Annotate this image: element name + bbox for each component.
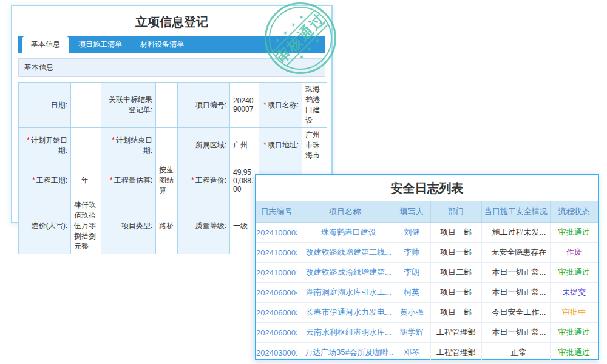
field-value-region: 广州	[230, 128, 259, 163]
tab-material-equipment-list[interactable]: 材料设备清单	[131, 36, 193, 53]
flow-status-badge: 审批通过	[550, 323, 598, 343]
table-row: 2024060003 长春市伊通河水力发电... 黄小强 项目三部 今日安全工作…	[256, 303, 598, 323]
flow-status-badge: 审批通过	[550, 343, 598, 363]
department-cell: 项目一部	[430, 243, 481, 263]
writer-link[interactable]: 邓琴	[393, 343, 430, 363]
tab-construction-list[interactable]: 项目施工清单	[69, 36, 131, 53]
department-cell: 项目三部	[430, 223, 481, 243]
table-row: 2024100002 改建铁路线增建第二线... 李帅 项目一部 无安全隐患存在…	[256, 243, 598, 263]
log-id-link[interactable]: 2024060002	[256, 323, 297, 343]
safety-log-title: 安全日志列表	[256, 175, 598, 201]
safety-status-cell: 施工过程未发...	[482, 223, 551, 243]
table-row: 2024100003 珠海鹤港口建设 刘健 项目三部 施工过程未发... 审批通…	[256, 223, 598, 243]
log-id-link[interactable]: 2024100003	[256, 223, 297, 243]
required-mark: *	[32, 176, 35, 184]
log-id-link[interactable]: 2024100001	[256, 263, 297, 283]
field-label-project-no: 项目编号:	[178, 83, 230, 128]
field-label-quality-grade: 质量等级:	[178, 198, 230, 254]
department-cell: 项目二部	[430, 263, 481, 283]
required-mark: *	[27, 136, 30, 144]
required-mark: *	[263, 141, 266, 149]
safety-status-cell: 本日一切正常...	[482, 263, 551, 283]
field-label-region: 所属区域:	[178, 128, 230, 163]
field-value-plan-end	[156, 128, 178, 163]
field-label-duration: *工程工期:	[19, 163, 71, 198]
safety-log-header-row: 日志编号 项目名称 填写人 部门 当日施工安全情况 流程状态	[256, 201, 598, 223]
field-label-date: 日期:	[19, 83, 71, 128]
writer-link[interactable]: 胡学辉	[393, 323, 430, 343]
form-row-1: 日期: 关联中标结果登记单: 项目编号: 2024090007 *项目名称: 珠…	[19, 83, 327, 128]
log-id-link[interactable]: 2024060004	[256, 283, 297, 303]
field-value-project-type: 路桥	[156, 198, 178, 254]
department-cell: 工程管理部	[430, 343, 481, 363]
project-name-link[interactable]: 长春市伊通河水力发电...	[297, 303, 393, 323]
safety-log-panel: 安全日志列表 日志编号 项目名称 填写人 部门 当日施工安全情况 流程状态 20…	[255, 174, 599, 360]
department-cell: 工程管理部	[430, 323, 481, 343]
project-name-link[interactable]: 湖南洞庭湖水库引水工...	[297, 283, 393, 303]
required-mark: *	[191, 176, 194, 184]
col-header-log-id: 日志编号	[256, 201, 297, 223]
field-label-project-name: *项目名称:	[259, 83, 302, 128]
log-id-link[interactable]: 2024060003	[256, 303, 297, 323]
col-header-flow-status: 流程状态	[550, 201, 598, 223]
registration-title: 立项信息登记	[12, 6, 331, 36]
field-value-duration: 一年	[71, 163, 101, 198]
writer-link[interactable]: 李朗	[393, 263, 430, 283]
col-header-writer: 填写人	[393, 201, 430, 223]
flow-status-badge: 作废	[550, 243, 598, 263]
safety-status-cell: 正常	[482, 343, 551, 363]
log-id-link[interactable]: 2024030001	[256, 343, 297, 363]
field-label-bid-result: 关联中标结果登记单:	[101, 83, 156, 128]
project-name-link[interactable]: 万达广场35#会所及咖啡...	[297, 343, 393, 363]
page: 立项信息登记 基本信息 项目施工清单 材料设备清单 基本信息 日期: 关联中标结…	[0, 0, 607, 364]
safety-log-table: 日志编号 项目名称 填写人 部门 当日施工安全情况 流程状态 202410000…	[256, 201, 598, 363]
field-value-project-address: 广州市珠海市	[302, 128, 327, 163]
writer-link[interactable]: 柯英	[393, 283, 430, 303]
required-mark: *	[112, 136, 115, 144]
project-name-link[interactable]: 云南水利枢纽潜明水库...	[297, 323, 393, 343]
safety-status-cell: 本日一切正常...	[482, 283, 551, 303]
col-header-project-name: 项目名称	[297, 201, 393, 223]
field-value-project-name: 珠海鹤港口建设	[302, 83, 327, 128]
safety-status-cell: 今日安全工作...	[482, 303, 551, 323]
safety-status-cell: 本日一切正常...	[482, 323, 551, 343]
field-label-project-address: *项目地址:	[259, 128, 302, 163]
writer-link[interactable]: 刘健	[393, 223, 430, 243]
field-value-bid-result	[156, 83, 178, 128]
field-label-quantity-estimate: *工程量估算:	[101, 163, 156, 198]
safety-status-cell: 无安全隐患存在	[482, 243, 551, 263]
field-label-cost-in-words: 造价(大写):	[19, 198, 71, 254]
field-label-plan-start: *计划开始日期:	[19, 128, 71, 163]
field-label-project-type: 项目类型:	[101, 198, 156, 254]
required-mark: *	[263, 101, 266, 109]
registration-tabbar: 基本信息 项目施工清单 材料设备清单	[18, 36, 325, 53]
field-value-plan-start	[71, 128, 101, 163]
col-header-safety-status: 当日施工安全情况	[482, 201, 551, 223]
log-id-link[interactable]: 2024100002	[256, 243, 297, 263]
field-label-project-cost: *工程造价:	[178, 163, 230, 198]
field-value-project-no: 2024090007	[230, 83, 259, 128]
field-value-cost-in-words: 肆仟玖佰玖拾伍万零捌拾捌元整	[71, 198, 101, 254]
flow-status-badge: 审批中	[550, 303, 598, 323]
flow-status-badge: 审批通过	[550, 263, 598, 283]
flow-status-badge: 未提交	[550, 283, 598, 303]
writer-link[interactable]: 黄小强	[393, 303, 430, 323]
flow-status-badge: 审批通过	[550, 223, 598, 243]
table-row: 2024060002 云南水利枢纽潜明水库... 胡学辉 工程管理部 本日一切正…	[256, 323, 598, 343]
field-value-quantity-estimate: 按蓝图结算	[156, 163, 178, 198]
department-cell: 项目三部	[430, 303, 481, 323]
field-value-date	[71, 83, 101, 128]
project-name-link[interactable]: 珠海鹤港口建设	[297, 223, 393, 243]
field-label-plan-end: *计划结束日期:	[101, 128, 156, 163]
section-header-basic-info: 基本信息	[18, 58, 325, 77]
col-header-department: 部门	[430, 201, 481, 223]
form-row-2: *计划开始日期: *计划结束日期: 所属区域: 广州 *项目地址: 广州市珠海市	[19, 128, 327, 163]
tab-basic-info[interactable]: 基本信息	[22, 36, 69, 53]
required-mark: *	[110, 176, 113, 184]
writer-link[interactable]: 李帅	[393, 243, 430, 263]
table-row: 2024030001 万达广场35#会所及咖啡... 邓琴 工程管理部 正常 审…	[256, 343, 598, 363]
table-row: 2024100001 改建铁路成渝线增建第... 李朗 项目二部 本日一切正常.…	[256, 263, 598, 283]
project-name-link[interactable]: 改建铁路线增建第二线...	[297, 243, 393, 263]
department-cell: 项目一部	[430, 283, 481, 303]
project-name-link[interactable]: 改建铁路成渝线增建第...	[297, 263, 393, 283]
